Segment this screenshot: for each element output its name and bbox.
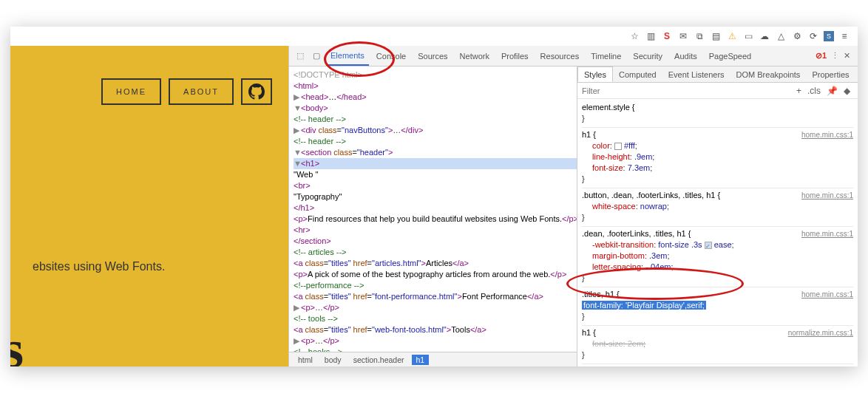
breadcrumb[interactable]: html body section.header h1: [289, 352, 577, 366]
bc-body[interactable]: body: [320, 355, 346, 365]
styles-filter: + .cls 📌 ◆: [577, 83, 858, 99]
pin-icon[interactable]: 📌: [824, 86, 841, 96]
tab-network[interactable]: Network: [455, 46, 494, 66]
dom-panel: <!DOCTYPE html> <html> ▶<head>…</head> ▼…: [289, 66, 577, 366]
bc-section[interactable]: section.header: [349, 355, 409, 365]
rule-titles-h1[interactable]: home.min.css:1 .titles, h1 { font-family…: [582, 287, 853, 326]
github-icon[interactable]: [241, 78, 272, 105]
hamburger-icon[interactable]: ≡: [838, 30, 850, 42]
tri-icon[interactable]: △: [775, 30, 787, 42]
tab-dombreak[interactable]: DOM Breakpoints: [730, 66, 807, 82]
dom-tree[interactable]: <!DOCTYPE html> <html> ▶<head>…</head> ▼…: [289, 66, 577, 352]
tab-security[interactable]: Security: [628, 46, 667, 66]
tab-pagespeed[interactable]: PageSpeed: [705, 46, 756, 66]
hover-icon[interactable]: ◆: [841, 86, 853, 96]
tab-computed[interactable]: Computed: [613, 66, 662, 82]
browser-toolbar: ☆ ▥ S ✉ ⧉ ▤ ⚠ ▭ ☁ △ ⚙ ⟳ S ≡: [621, 27, 858, 46]
about-button[interactable]: ABOUT: [169, 78, 234, 105]
sync-icon[interactable]: ⟳: [807, 30, 819, 42]
rule-button-group[interactable]: home.min.css:1 .button, .dean, .footerLi…: [582, 188, 853, 227]
barcode-icon[interactable]: ▥: [645, 30, 657, 42]
tab-styles[interactable]: Styles: [577, 66, 613, 82]
bc-html[interactable]: html: [294, 355, 317, 365]
alert-icon[interactable]: ⚠: [726, 30, 738, 42]
screen-icon[interactable]: ▭: [742, 30, 754, 42]
rule-elementstyle[interactable]: element.style {}: [582, 100, 853, 128]
devtools-panel: ⬚ ▢ Elements Console Sources Network Pro…: [288, 46, 858, 366]
mail-icon[interactable]: ✉: [677, 30, 689, 42]
s-icon[interactable]: S: [661, 30, 673, 42]
tab-properties[interactable]: Properties: [806, 66, 855, 82]
bc-h1[interactable]: h1: [412, 355, 430, 365]
styles-rules[interactable]: element.style {} home.min.css:1 h1 { col…: [577, 99, 858, 366]
tab-console[interactable]: Console: [372, 46, 410, 66]
tab-elements[interactable]: Elements: [326, 46, 369, 66]
cloud-icon[interactable]: ☁: [759, 30, 770, 42]
star-icon[interactable]: ☆: [628, 30, 640, 42]
styles-panel: Styles Computed Event Listeners DOM Brea…: [577, 66, 858, 366]
inspect-icon[interactable]: ⬚: [294, 51, 307, 61]
cls-toggle[interactable]: .cls: [804, 86, 824, 96]
filter-input[interactable]: [582, 86, 793, 95]
home-button[interactable]: HOME: [101, 78, 161, 105]
page-subtitle: ebsites using Web Fonts.: [33, 260, 165, 273]
rule-h1-1[interactable]: home.min.css:1 h1 { color: #fff; line-he…: [582, 128, 853, 188]
section-heading: s: [10, 319, 24, 366]
rule-media-h1[interactable]: skeleton.min.css:1 @media (min-width: 55…: [582, 364, 853, 366]
tab-audits[interactable]: Audits: [670, 46, 702, 66]
add-rule-icon[interactable]: +: [793, 86, 804, 96]
close-icon[interactable]: ✕: [844, 51, 850, 61]
error-badge[interactable]: ⊘1: [816, 51, 827, 61]
square-icon[interactable]: S: [824, 31, 834, 41]
kebab-icon[interactable]: ⋮: [831, 51, 839, 61]
page-viewport: HOME ABOUT phy ebsites using Web Fonts. …: [10, 46, 288, 366]
styles-tabs: Styles Computed Event Listeners DOM Brea…: [577, 66, 858, 83]
gear-icon[interactable]: ⚙: [791, 30, 803, 42]
rule-dean-group[interactable]: home.min.css:1 .dean, .footerLinks, .tit…: [582, 227, 853, 287]
tab-timeline[interactable]: Timeline: [586, 46, 625, 66]
rule-normalize-h1[interactable]: normalize.min.css:1 h1 { font-size: 2em;…: [582, 326, 853, 364]
page-icon[interactable]: ▤: [710, 30, 722, 42]
tab-resources[interactable]: Resources: [536, 46, 584, 66]
feed-icon[interactable]: ⧉: [694, 30, 705, 42]
tab-sources[interactable]: Sources: [413, 46, 452, 66]
tab-eventlisteners[interactable]: Event Listeners: [662, 66, 730, 82]
device-icon[interactable]: ▢: [310, 51, 323, 61]
nav-buttons: HOME ABOUT: [101, 78, 272, 105]
devtools-tabs: ⬚ ▢ Elements Console Sources Network Pro…: [289, 46, 858, 66]
tab-profiles[interactable]: Profiles: [497, 46, 533, 66]
